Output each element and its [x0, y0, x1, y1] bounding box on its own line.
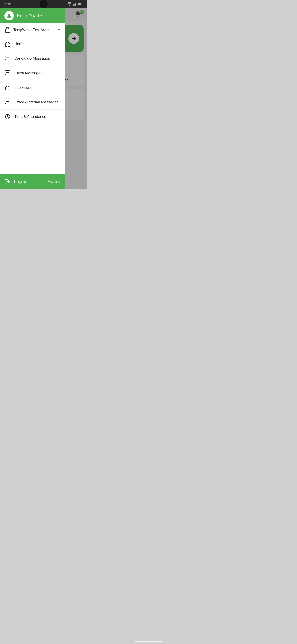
svg-rect-13	[8, 31, 8, 32]
drawer-header: Keith Duarte	[0, 8, 65, 23]
account-dropdown-icon: ▼	[58, 28, 60, 32]
sidebar-item-label-time-attendance: Time & Attendance	[14, 114, 46, 119]
version-text: Ver: 2.0	[48, 180, 60, 184]
logout-icon	[4, 178, 11, 185]
client-messages-icon	[4, 70, 11, 76]
svg-point-24	[8, 101, 9, 102]
building-icon	[4, 27, 11, 33]
sidebar-item-office-messages[interactable]: Office / Internal Messages	[0, 95, 65, 110]
svg-rect-11	[8, 30, 8, 31]
svg-rect-12	[7, 31, 7, 32]
drawer-username: Keith Duarte	[17, 13, 42, 18]
svg-point-23	[6, 101, 7, 102]
sidebar-item-candidate-messages[interactable]: Candidate Messages	[0, 52, 65, 66]
user-avatar-icon	[6, 12, 12, 19]
sidebar-item-client-messages[interactable]: Client Messages	[0, 66, 65, 80]
candidate-messages-icon	[4, 56, 11, 62]
nav-drawer: Keith Duarte TempWorks Test Account (1..…	[0, 8, 65, 189]
sidebar-item-label-home: Home	[14, 42, 24, 46]
sidebar-item-label-interviews: Interviews	[14, 86, 31, 90]
svg-point-16	[8, 58, 9, 58]
sidebar-item-label-candidate-messages: Candidate Messages	[14, 56, 50, 61]
home-icon	[4, 41, 11, 47]
office-messages-icon	[4, 99, 11, 105]
svg-point-18	[6, 72, 7, 73]
avatar	[4, 11, 14, 20]
sidebar-item-interviews[interactable]: Interviews	[0, 80, 65, 95]
svg-point-19	[8, 72, 9, 73]
sidebar-item-home[interactable]: Home	[0, 37, 65, 52]
sidebar-item-time-attendance[interactable]: Time & Attendance	[0, 110, 65, 124]
account-selector[interactable]: TempWorks Test Account (1... ▼	[0, 23, 65, 37]
briefcase-icon	[4, 84, 11, 91]
svg-point-7	[8, 14, 10, 16]
account-name: TempWorks Test Account (1...	[13, 28, 55, 32]
drawer-footer: Logout Ver: 2.0	[0, 174, 65, 189]
clock-icon	[4, 114, 11, 120]
svg-rect-8	[5, 29, 10, 32]
svg-point-28	[7, 116, 8, 117]
svg-point-15	[6, 58, 7, 58]
sidebar-item-label-client-messages: Client Messages	[14, 71, 42, 75]
nav-items-list: Home Candidate Messages	[0, 37, 65, 174]
sidebar-item-label-office-messages: Office / Internal Messages	[14, 100, 58, 104]
svg-rect-9	[6, 28, 9, 29]
svg-rect-10	[7, 30, 7, 31]
svg-point-14	[7, 58, 8, 58]
svg-point-17	[7, 72, 8, 73]
logout-section[interactable]: Logout	[4, 178, 27, 185]
logout-label: Logout	[14, 179, 27, 184]
svg-point-22	[7, 101, 8, 102]
screen: 4:36	[0, 0, 87, 189]
